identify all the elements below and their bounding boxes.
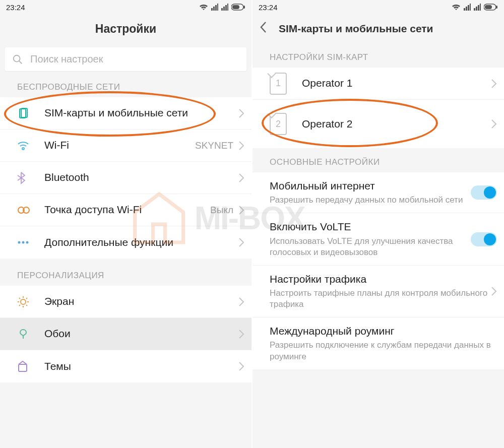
label: SIM-карты и мобильные сети bbox=[44, 106, 238, 119]
chevron-right-icon bbox=[238, 141, 244, 151]
label: Operator 2 bbox=[302, 117, 491, 131]
themes-icon bbox=[17, 360, 28, 372]
sublabel: Использовать VoLTE для улучшения качеств… bbox=[270, 236, 471, 258]
hotspot-value: Выкл bbox=[210, 205, 233, 216]
search-input[interactable]: Поиск настроек bbox=[5, 47, 246, 71]
row-hotspot[interactable]: Точка доступа Wi-Fi Выкл bbox=[0, 194, 251, 226]
svg-rect-24 bbox=[485, 5, 492, 9]
row-operator2[interactable]: 2 Operator 2 bbox=[253, 100, 504, 148]
row-mobile-data[interactable]: Мобильный интернет Разрешить передачу да… bbox=[253, 172, 504, 213]
status-bar: 23:24 bbox=[0, 0, 251, 14]
svg-rect-23 bbox=[496, 6, 497, 9]
status-time: 23:24 bbox=[259, 3, 278, 12]
svg-line-4 bbox=[19, 60, 22, 63]
section-sim: НАСТРОЙКИ SIM-КАРТ bbox=[253, 43, 504, 68]
phone-right: 23:24 SIM-карты и мобильные сети НАСТРОЙ… bbox=[251, 0, 504, 448]
signal-icon bbox=[211, 4, 218, 11]
row-display[interactable]: Экран bbox=[0, 286, 251, 318]
label: Экран bbox=[44, 295, 238, 308]
svg-rect-2 bbox=[232, 5, 239, 9]
phone-left: 23:24 Настройки Поиск настроек БЕСПРОВОД… bbox=[0, 0, 251, 448]
hotspot-icon bbox=[17, 206, 30, 215]
chevron-left-icon bbox=[260, 21, 267, 33]
bluetooth-icon bbox=[17, 172, 25, 184]
header: SIM-карты и мобильные сети bbox=[253, 14, 504, 43]
svg-line-18 bbox=[26, 305, 27, 306]
sublabel: Разрешить подключение к службам передачи… bbox=[270, 340, 497, 362]
chevron-right-icon bbox=[238, 173, 244, 183]
label: Настройки трафика bbox=[270, 273, 491, 286]
label: Темы bbox=[44, 360, 238, 373]
header: Настройки bbox=[0, 14, 251, 43]
page-title: SIM-карты и мобильные сети bbox=[279, 23, 433, 35]
label: Включить VoLTE bbox=[270, 220, 471, 233]
chevron-right-icon bbox=[491, 286, 497, 296]
sim-icon bbox=[17, 107, 29, 119]
battery-icon bbox=[231, 4, 245, 11]
sim2-icon: 2 bbox=[270, 113, 287, 135]
wifi-icon bbox=[199, 4, 208, 11]
list-sim: 1 Operator 1 2 Operator 2 bbox=[253, 68, 504, 148]
svg-line-19 bbox=[19, 305, 20, 306]
chevron-right-icon bbox=[238, 361, 244, 371]
row-bluetooth[interactable]: Bluetooth bbox=[0, 162, 251, 194]
row-wifi[interactable]: Wi-Fi SKYNET bbox=[0, 130, 251, 162]
page-title: Настройки bbox=[95, 22, 156, 36]
row-volte[interactable]: Включить VoLTE Использовать VoLTE для ул… bbox=[253, 213, 504, 265]
row-operator1[interactable]: 1 Operator 1 bbox=[253, 68, 504, 100]
signal-icon-2 bbox=[474, 4, 481, 11]
wifi-icon bbox=[452, 4, 461, 11]
list-wireless: SIM-карты и мобильные сети Wi-Fi SKYNET … bbox=[0, 97, 251, 259]
svg-rect-5 bbox=[20, 109, 26, 118]
row-wallpaper[interactable]: Обои bbox=[0, 318, 251, 350]
label: Международный роуминг bbox=[270, 325, 497, 338]
label: Точка доступа Wi-Fi bbox=[44, 203, 210, 216]
list-personal: Экран Обои Темы bbox=[0, 286, 251, 382]
search-placeholder: Поиск настроек bbox=[30, 53, 103, 65]
section-personal: ПЕРСОНАЛИЗАЦИЯ bbox=[0, 264, 251, 286]
svg-line-17 bbox=[19, 298, 20, 299]
toggle-mobile-data[interactable] bbox=[471, 185, 497, 200]
list-general: Мобильный интернет Разрешить передачу да… bbox=[253, 172, 504, 369]
back-button[interactable] bbox=[260, 21, 267, 36]
chevron-right-icon bbox=[238, 205, 244, 215]
sublabel: Настроить тарифные планы для контроля мо… bbox=[270, 288, 491, 310]
sublabel: Разрешить передачу данных по мобильной с… bbox=[270, 195, 471, 206]
svg-rect-1 bbox=[243, 6, 245, 9]
toggle-volte[interactable] bbox=[471, 232, 497, 246]
row-themes[interactable]: Темы bbox=[0, 350, 251, 382]
chevron-right-icon bbox=[238, 108, 244, 118]
status-icons bbox=[452, 4, 498, 11]
wallpaper-icon bbox=[17, 328, 29, 340]
wifi-icon bbox=[17, 141, 29, 151]
row-roaming[interactable]: Международный роуминг Разрешить подключе… bbox=[253, 317, 504, 369]
status-bar: 23:24 bbox=[253, 0, 504, 14]
svg-point-11 bbox=[26, 241, 29, 244]
svg-rect-6 bbox=[21, 108, 27, 117]
chevron-right-icon bbox=[238, 329, 244, 339]
chevron-right-icon bbox=[238, 297, 244, 307]
svg-rect-21 bbox=[19, 364, 27, 371]
svg-point-3 bbox=[14, 55, 20, 61]
chevron-right-icon bbox=[491, 119, 497, 129]
label: Мобильный интернет bbox=[270, 179, 471, 193]
svg-line-20 bbox=[26, 298, 27, 299]
chevron-right-icon bbox=[238, 237, 244, 247]
section-wireless: БЕСПРОВОДНЫЕ СЕТИ bbox=[0, 73, 251, 97]
display-icon bbox=[17, 296, 29, 308]
wifi-value: SKYNET bbox=[195, 140, 233, 151]
label: Дополнительные функции bbox=[44, 236, 238, 249]
signal-icon-2 bbox=[221, 4, 228, 11]
more-icon bbox=[17, 240, 29, 244]
signal-icon bbox=[464, 4, 471, 11]
row-sim[interactable]: SIM-карты и мобильные сети bbox=[0, 97, 251, 130]
row-traffic[interactable]: Настройки трафика Настроить тарифные пла… bbox=[253, 266, 504, 317]
section-general: ОСНОВНЫЕ НАСТРОЙКИ bbox=[253, 148, 504, 172]
sim1-icon: 1 bbox=[270, 73, 287, 95]
row-more[interactable]: Дополнительные функции bbox=[0, 226, 251, 259]
label: Обои bbox=[44, 327, 238, 340]
label: Operator 1 bbox=[302, 77, 491, 90]
status-time: 23:24 bbox=[6, 3, 25, 12]
search-icon bbox=[12, 54, 23, 65]
battery-icon bbox=[484, 4, 498, 11]
